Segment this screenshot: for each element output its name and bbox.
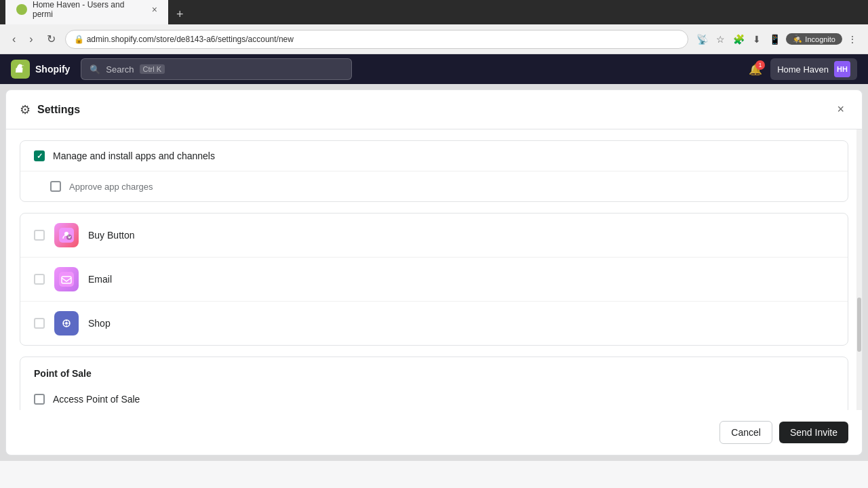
email-name: Email xyxy=(88,274,112,285)
pos-card: Point of Sale Access Point of Sale xyxy=(20,357,848,410)
notification-badge: 1 xyxy=(755,60,765,70)
incognito-label: Incognito xyxy=(805,35,835,43)
svg-point-0 xyxy=(18,6,25,13)
pos-row: Access Point of Sale xyxy=(20,384,848,410)
channels-card: Buy Button xyxy=(20,213,848,346)
approve-charges-checkbox[interactable] xyxy=(50,181,61,192)
modal-footer: Cancel Send Invite xyxy=(6,410,862,455)
store-initials: HH xyxy=(837,65,848,73)
pos-label: Access Point of Sale xyxy=(53,394,140,405)
search-placeholder: Search xyxy=(106,64,134,75)
reload-button[interactable]: ↻ xyxy=(43,30,60,48)
incognito-button[interactable]: 🕵 Incognito xyxy=(786,33,842,45)
tab-title: Home Haven - Users and permi xyxy=(33,0,146,19)
cancel-button[interactable]: Cancel xyxy=(719,421,772,444)
channel-row-shop: Shop xyxy=(20,302,848,345)
pos-checkbox[interactable] xyxy=(34,394,45,405)
settings-modal: ⚙ Settings × Manage and install apps and… xyxy=(5,89,863,455)
logo-text: Shopify xyxy=(35,64,70,75)
tab-close-btn[interactable]: × xyxy=(152,4,157,15)
buy-button-icon xyxy=(54,223,79,247)
email-icon xyxy=(54,267,79,291)
new-tab-button[interactable]: + xyxy=(171,5,189,24)
settings-body: Manage and install apps and channels App… xyxy=(6,129,862,410)
incognito-icon: 🕵 xyxy=(793,35,802,43)
pos-title: Point of Sale xyxy=(20,357,848,384)
svg-point-8 xyxy=(65,322,68,325)
scrollbar-thumb xyxy=(857,298,861,352)
header-actions: 🔔 1 Home Haven HH xyxy=(749,58,857,80)
devices-icon[interactable]: 📱 xyxy=(766,31,783,47)
search-bar[interactable]: 🔍 Search Ctrl K xyxy=(81,58,352,80)
url-bar[interactable]: 🔒 admin.shopify.com/store/de8143-a6/sett… xyxy=(65,30,689,49)
store-name: Home Haven xyxy=(777,64,829,75)
download-icon[interactable]: ⬇ xyxy=(750,31,764,47)
manage-install-row: Manage and install apps and channels xyxy=(20,141,848,171)
cast-icon[interactable]: 📡 xyxy=(694,31,711,47)
notification-button[interactable]: 🔔 1 xyxy=(749,63,762,76)
url-text: admin.shopify.com/store/de8143-a6/settin… xyxy=(87,35,294,44)
extensions-icon[interactable]: 🧩 xyxy=(730,31,747,47)
logo-icon xyxy=(11,60,30,79)
content-area: Manage and install apps and channels App… xyxy=(6,140,862,410)
settings-title: Settings xyxy=(37,104,80,116)
back-button[interactable]: ‹ xyxy=(8,30,20,48)
store-avatar: HH xyxy=(834,61,850,77)
settings-header: ⚙ Settings × xyxy=(6,90,862,129)
shopify-header: Shopify 🔍 Search Ctrl K 🔔 1 Home Haven H… xyxy=(0,54,868,84)
shop-checkbox[interactable] xyxy=(34,318,45,329)
forward-button[interactable]: › xyxy=(25,30,37,48)
browser-window: Home Haven - Users and permi × + ‹ › ↻ 🔒… xyxy=(0,0,868,461)
search-icon: 🔍 xyxy=(90,64,100,75)
menu-icon[interactable]: ⋮ xyxy=(845,31,860,47)
channel-row-email: Email xyxy=(20,258,848,302)
shop-name: Shop xyxy=(88,318,111,329)
store-button[interactable]: Home Haven HH xyxy=(770,58,857,80)
buy-button-name: Buy Button xyxy=(88,230,135,241)
send-invite-button[interactable]: Send Invite xyxy=(779,422,848,443)
shopify-logo: Shopify xyxy=(11,60,70,79)
approve-charges-row: Approve app charges xyxy=(20,171,848,201)
svg-point-3 xyxy=(66,235,72,240)
channel-row-buy-button: Buy Button xyxy=(20,214,848,258)
settings-gear-icon: ⚙ xyxy=(20,102,31,117)
manage-install-checkbox[interactable] xyxy=(34,150,45,161)
email-checkbox[interactable] xyxy=(34,274,45,285)
settings-overlay: ⚙ Settings × Manage and install apps and… xyxy=(0,84,868,461)
scrollbar[interactable] xyxy=(856,129,862,410)
main-content: ⚙ Settings × Manage and install apps and… xyxy=(0,84,868,461)
search-shortcut: Ctrl K xyxy=(140,64,165,74)
browser-tab-active[interactable]: Home Haven - Users and permi × xyxy=(5,0,168,24)
tab-favicon xyxy=(16,4,27,15)
shop-icon xyxy=(54,311,79,336)
settings-close-button[interactable]: × xyxy=(833,101,848,118)
browser-nav-bar: ‹ › ↻ 🔒 admin.shopify.com/store/de8143-a… xyxy=(0,24,868,54)
bookmark-icon[interactable]: ☆ xyxy=(713,31,728,47)
apps-channels-card: Manage and install apps and channels App… xyxy=(20,140,848,202)
nav-actions: 📡 ☆ 🧩 ⬇ 📱 🕵 Incognito ⋮ xyxy=(694,31,860,47)
approve-charges-label: Approve app charges xyxy=(69,182,153,192)
buy-button-checkbox[interactable] xyxy=(34,230,45,241)
manage-install-label: Manage and install apps and channels xyxy=(53,150,215,161)
